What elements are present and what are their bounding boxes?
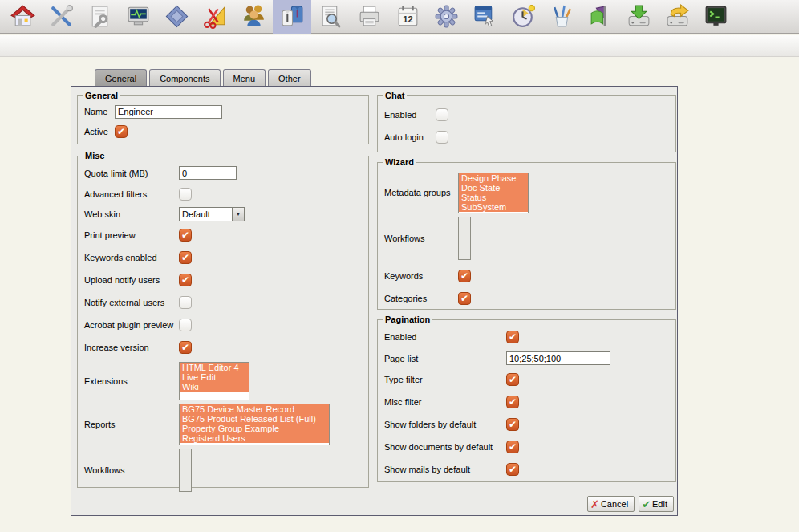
active-checkbox[interactable] [115, 125, 128, 138]
misc-legend: Misc [83, 151, 107, 160]
auto-login-checkbox[interactable] [436, 131, 448, 144]
list-item[interactable]: Doc State [459, 183, 528, 193]
toolbar-writing-tools-button[interactable] [542, 0, 581, 34]
toolbar-profiles-button[interactable] [273, 0, 311, 34]
list-item[interactable]: SubSystem [459, 202, 528, 212]
toolbar-terminal-button[interactable] [696, 0, 735, 34]
list-item[interactable]: Wiki [180, 382, 249, 392]
wizard-keywords-checkbox[interactable] [458, 270, 471, 282]
show-documents-label: Show documents by default [384, 442, 506, 452]
components-icon [164, 3, 190, 30]
list-item[interactable]: Live Edit [180, 372, 249, 382]
pagination-enabled-label: Enabled [384, 332, 506, 342]
page-list-input[interactable] [506, 351, 610, 365]
dropdown-arrow-icon[interactable] [232, 208, 244, 221]
toolbar-window-action-button[interactable] [465, 0, 504, 34]
cut-icon [202, 3, 229, 30]
show-folders-checkbox[interactable] [506, 418, 519, 431]
active-label: Active [84, 127, 115, 136]
upload-notify-users-checkbox[interactable] [179, 274, 192, 286]
auto-login-label: Auto login [384, 132, 436, 142]
toolbar-system-monitor-button[interactable] [119, 0, 157, 34]
window-action-icon [472, 3, 498, 30]
toolbar-flag-button[interactable] [581, 0, 619, 34]
extensions-listbox[interactable]: HTML Editor 4 Live Edit Wiki [179, 362, 249, 400]
show-folders-label: Show folders by default [384, 420, 506, 429]
tab-components[interactable]: Components [149, 69, 220, 87]
keywords-enabled-checkbox[interactable] [179, 251, 192, 264]
name-input[interactable] [115, 105, 222, 119]
show-documents-checkbox[interactable] [506, 441, 519, 453]
toolbar-restore-button[interactable] [619, 0, 658, 34]
toolbar-print-button[interactable] [350, 0, 388, 34]
calendar-day-number: 12 [403, 14, 413, 24]
toolbar-scheduler-button[interactable] [504, 0, 542, 34]
wizard-categories-checkbox[interactable] [458, 292, 471, 305]
wizard-workflows-listbox[interactable] [458, 217, 471, 260]
tab-bar: General Components Menu Other [95, 69, 311, 87]
pagination-legend: Pagination [383, 315, 432, 324]
list-item[interactable]: BG75 Product Released List (Full) [180, 414, 329, 424]
chat-fieldset: Chat Enabled Auto login [377, 91, 676, 152]
toolbar-users-button[interactable] [234, 0, 273, 34]
toolbar-document-edit-button[interactable] [80, 0, 119, 34]
advanced-filters-checkbox[interactable] [179, 188, 192, 201]
footer-button-bar: Cancel Edit [587, 496, 674, 512]
print-preview-checkbox[interactable] [179, 229, 192, 242]
metadata-groups-listbox[interactable]: Design Phase Doc State Status SubSystem [458, 173, 529, 213]
cancel-button[interactable]: Cancel [587, 496, 635, 512]
keywords-enabled-label: Keywords enabled [84, 253, 179, 262]
calendar-icon: 12 [395, 3, 421, 30]
reports-label: Reports [84, 420, 179, 429]
list-item[interactable]: Registerd Users [180, 433, 329, 443]
show-mails-checkbox[interactable] [506, 463, 519, 476]
chat-enabled-checkbox[interactable] [436, 108, 448, 121]
wizard-workflows-label: Workflows [384, 234, 458, 243]
list-item[interactable]: Design Phase [459, 173, 528, 183]
edit-button[interactable]: Edit [639, 496, 674, 512]
document-search-icon [318, 3, 344, 30]
toolbar-backup-button[interactable] [658, 0, 696, 34]
users-icon [241, 3, 267, 30]
quota-limit-input[interactable] [179, 166, 237, 180]
tab-general[interactable]: General [95, 69, 147, 87]
notify-external-users-checkbox[interactable] [179, 296, 192, 309]
list-item[interactable]: HTML Editor 4 [180, 363, 249, 372]
general-fieldset: General Name Active [77, 91, 369, 144]
tab-menu[interactable]: Menu [223, 69, 266, 87]
toolbar-calendar-button[interactable]: 12 [388, 0, 427, 34]
scheduler-clock-icon [510, 3, 537, 30]
wizard-categories-label: Categories [384, 294, 458, 303]
general-tab-panel: General Name Active Misc Quota limit (MB… [71, 86, 678, 516]
reports-listbox[interactable]: BG75 Device Master Record BG75 Product R… [179, 404, 330, 445]
tools-icon [48, 3, 75, 30]
cancel-button-label: Cancel [601, 499, 628, 509]
list-item[interactable]: Property Group Example [180, 424, 329, 433]
list-item[interactable]: BG75 Device Master Record [180, 404, 329, 414]
acrobat-plugin-preview-checkbox[interactable] [179, 319, 192, 331]
type-filter-checkbox[interactable] [506, 373, 519, 386]
list-item[interactable]: Status [459, 193, 528, 202]
settings-gear-icon [433, 3, 460, 30]
quota-limit-label: Quota limit (MB) [84, 169, 179, 178]
print-icon [356, 3, 383, 30]
workflows-listbox[interactable] [179, 449, 192, 492]
acrobat-plugin-preview-label: Acrobat plugin preview [84, 320, 179, 330]
increase-version-checkbox[interactable] [179, 341, 192, 354]
show-mails-label: Show mails by default [384, 465, 506, 474]
main-toolbar: 12 [0, 0, 799, 34]
toolbar-settings-button[interactable] [427, 0, 465, 34]
tab-other[interactable]: Other [268, 69, 311, 87]
toolbar-home-button[interactable] [3, 0, 42, 34]
misc-filter-checkbox[interactable] [506, 396, 519, 408]
web-skin-select[interactable]: Default [179, 207, 245, 221]
pagination-enabled-checkbox[interactable] [506, 331, 519, 343]
toolbar-tools-button[interactable] [42, 0, 80, 34]
web-skin-selected-value: Default [180, 209, 232, 219]
toolbar-cut-button[interactable] [196, 0, 234, 34]
chat-enabled-label: Enabled [384, 110, 436, 120]
toolbar-document-search-button[interactable] [311, 0, 350, 34]
advanced-filters-label: Advanced filters [84, 189, 179, 199]
chat-legend: Chat [383, 91, 407, 100]
toolbar-components-button[interactable] [157, 0, 196, 34]
